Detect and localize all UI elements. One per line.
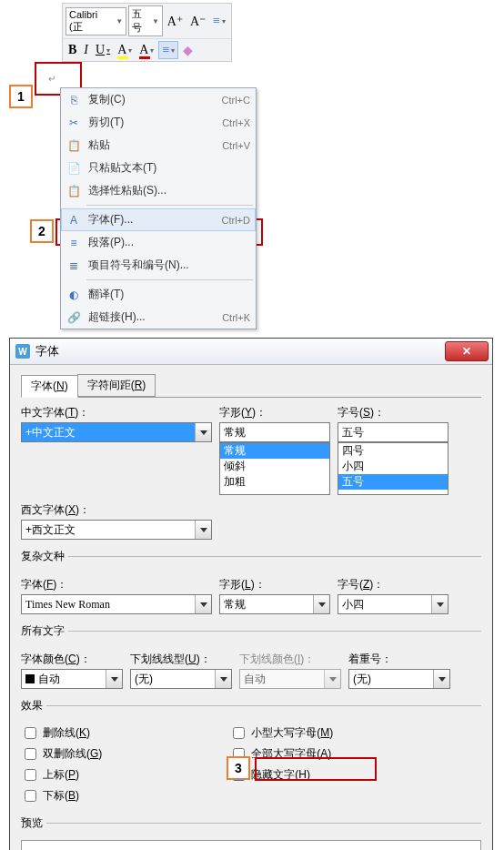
emphasis-dropdown[interactable]: (无)	[348, 669, 450, 689]
preview-box: WPS 让办公更轻松	[21, 840, 481, 850]
strike-checkbox[interactable]	[25, 727, 36, 739]
bullets-icon: ≣	[65, 259, 83, 272]
complex-size-label: 字号(Z)：	[338, 577, 449, 592]
context-menu: ⎘复制(C)Ctrl+C ✂剪切(T)Ctrl+X 📋粘贴Ctrl+V 📄只粘贴…	[60, 87, 257, 329]
ctx-cut[interactable]: ✂剪切(T)Ctrl+X	[61, 111, 256, 134]
complex-script-group: 复杂文种 字体(F)： Times New Roman 字形(L)： 常规 字号…	[21, 549, 481, 614]
italic-button[interactable]: I	[81, 42, 91, 58]
font-name-combo[interactable]: Calibri (正▼	[66, 7, 126, 35]
shrink-font-button[interactable]: A⁻	[187, 13, 208, 30]
bold-button[interactable]: B	[66, 42, 79, 58]
formatting-toolbar: Calibri (正▼ 五号▼ A⁺ A⁻ ≡▾ B I U▾ A▾ A▾ ≡▾…	[62, 3, 232, 62]
link-icon: 🔗	[65, 311, 83, 324]
titlebar: W 字体 ✕	[10, 339, 492, 365]
font-icon: A	[65, 214, 83, 227]
paste-text-icon: 📄	[65, 162, 83, 175]
ctx-paste-text[interactable]: 📄只粘贴文本(T)	[61, 157, 256, 179]
font-color-label: 字体颜色(C)：	[21, 652, 123, 667]
eraser-button[interactable]: ◆	[180, 42, 196, 59]
effects-group: 效果 删除线(K) 双删除线(G) 上标(P) 下标(B) 小型大写字母(M) …	[21, 698, 481, 806]
complex-size-dropdown[interactable]: 小四	[338, 594, 449, 614]
line-spacing-button[interactable]: ≡▾	[210, 13, 228, 29]
ctx-paste[interactable]: 📋粘贴Ctrl+V	[61, 134, 256, 157]
cut-icon: ✂	[65, 116, 83, 129]
tab-spacing[interactable]: 字符间距(R)	[77, 374, 156, 397]
ctx-translate[interactable]: ◐翻译(T)	[61, 283, 256, 306]
size-input[interactable]: 五号	[338, 422, 449, 442]
font-color-button[interactable]: A▾	[136, 42, 156, 58]
emphasis-label: 着重号：	[348, 652, 450, 667]
ctx-bullets[interactable]: ≣项目符号和编号(N)...	[61, 254, 256, 277]
close-button[interactable]: ✕	[445, 341, 489, 361]
style-listbox[interactable]: 常规 倾斜 加粗	[219, 442, 330, 495]
size-listbox[interactable]: 四号 小四 五号	[338, 442, 449, 495]
preview-group: 预览 WPS 让办公更轻松 尚未安装此字体，打印时将采用最相近的有效字体。	[21, 815, 481, 850]
app-icon: W	[15, 344, 30, 359]
highlight-box-3	[255, 757, 377, 781]
subscript-checkbox[interactable]	[25, 790, 36, 802]
callout-2: 2	[30, 219, 54, 243]
font-size-combo[interactable]: 五号▼	[128, 5, 163, 36]
double-strike-checkbox[interactable]	[25, 748, 36, 760]
complex-font-label: 字体(F)：	[21, 577, 212, 592]
paragraph-marker: ↵	[48, 74, 55, 84]
style-input[interactable]: 常规	[219, 422, 330, 442]
callout-3: 3	[227, 756, 250, 780]
translate-icon: ◐	[65, 288, 83, 301]
align-button[interactable]: ≡▾	[158, 41, 178, 59]
copy-icon: ⎘	[65, 94, 83, 106]
ctx-paragraph[interactable]: ≡段落(P)...	[61, 231, 256, 254]
western-font-label: 西文字体(X)：	[21, 502, 212, 518]
western-font-dropdown[interactable]: +西文正文	[21, 520, 212, 540]
underline-color-dropdown: 自动	[239, 669, 341, 689]
underline-button[interactable]: U▾	[93, 42, 113, 58]
complex-font-dropdown[interactable]: Times New Roman	[21, 594, 212, 614]
chinese-font-label: 中文字体(T)：	[21, 405, 212, 420]
callout-1: 1	[9, 85, 33, 108]
paste-special-icon: 📋	[65, 185, 83, 197]
highlight-button[interactable]: A▾	[115, 42, 135, 58]
smallcaps-checkbox[interactable]	[233, 727, 245, 739]
chinese-font-dropdown[interactable]: +中文正文	[21, 422, 212, 442]
tab-font[interactable]: 字体(N)	[21, 375, 78, 398]
paragraph-icon: ≡	[65, 237, 83, 249]
font-color-dropdown[interactable]: 自动	[21, 669, 123, 689]
dialog-title: 字体	[35, 343, 445, 359]
underline-style-label: 下划线线型(U)：	[130, 652, 232, 667]
underline-color-label: 下划线颜色(I)：	[239, 652, 341, 667]
ctx-font[interactable]: A字体(F)...Ctrl+D	[61, 208, 256, 231]
ctx-copy[interactable]: ⎘复制(C)Ctrl+C	[61, 88, 256, 111]
complex-style-label: 字形(L)：	[219, 577, 330, 592]
paste-icon: 📋	[65, 139, 83, 152]
size-label: 字号(S)：	[338, 405, 449, 420]
ctx-paste-special[interactable]: 📋选择性粘贴(S)...	[61, 179, 256, 202]
all-text-group: 所有文字 字体颜色(C)： 自动 下划线线型(U)： (无) 下划线颜色(I)：…	[21, 623, 481, 689]
font-dialog: W 字体 ✕ 字体(N) 字符间距(R) 中文字体(T)： +中文正文 字形(Y…	[9, 338, 493, 850]
complex-style-dropdown[interactable]: 常规	[219, 594, 330, 614]
superscript-checkbox[interactable]	[25, 769, 36, 781]
grow-font-button[interactable]: A⁺	[165, 13, 186, 30]
style-label: 字形(Y)：	[219, 405, 330, 420]
ctx-hyperlink[interactable]: 🔗超链接(H)...Ctrl+K	[61, 306, 256, 329]
underline-style-dropdown[interactable]: (无)	[130, 669, 232, 689]
